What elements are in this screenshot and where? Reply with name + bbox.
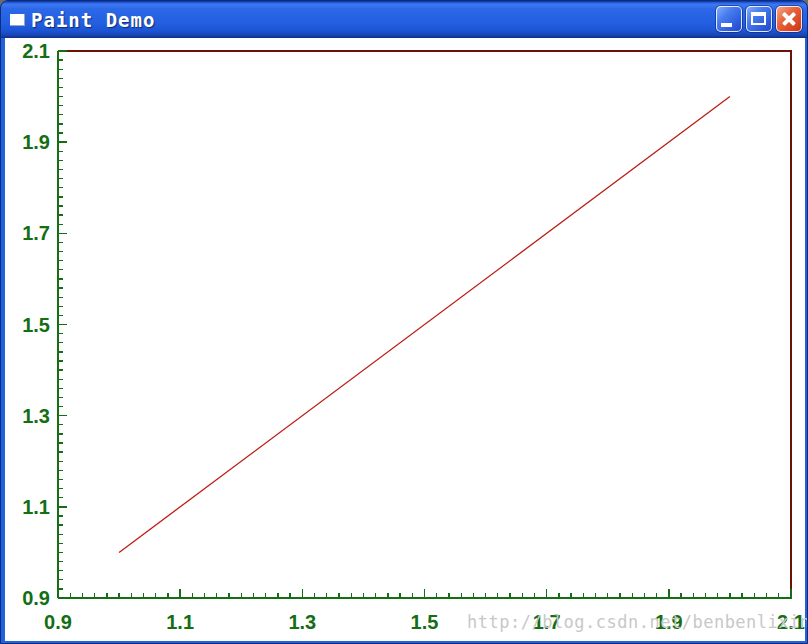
y-tick-label: 1.5 [22,314,50,336]
minimize-button[interactable] [716,6,742,32]
x-tick-label: 0.9 [44,611,72,633]
y-tick-label: 1.3 [22,405,50,427]
window-controls [716,6,802,32]
minimize-icon [721,23,732,27]
y-tick-label: 0.9 [22,587,50,609]
close-button[interactable] [776,6,802,32]
x-tick-label: 1.3 [288,611,316,633]
app-icon [10,14,25,26]
titlebar[interactable]: Paint Demo [1,1,807,38]
window: Paint Demo 0.91.11.31.51.71.92.10.91.11.… [0,0,808,644]
x-tick-label: 2.1 [777,611,805,633]
maximize-button[interactable] [746,6,772,32]
y-tick-label: 1.7 [22,222,50,244]
y-tick-label: 1.9 [22,131,50,153]
data-line [119,97,730,553]
x-tick-label: 1.9 [655,611,683,633]
y-tick-label: 2.1 [22,40,50,62]
line-chart: 0.91.11.31.51.71.92.10.91.11.31.51.71.92… [5,38,805,641]
x-tick-label: 1.5 [411,611,439,633]
client-area: 0.91.11.31.51.71.92.10.91.11.31.51.71.92… [5,38,805,641]
y-tick-label: 1.1 [22,496,50,518]
window-title: Paint Demo [31,8,155,32]
x-tick-label: 1.1 [166,611,194,633]
x-tick-label: 1.7 [533,611,561,633]
maximize-icon [751,12,766,25]
